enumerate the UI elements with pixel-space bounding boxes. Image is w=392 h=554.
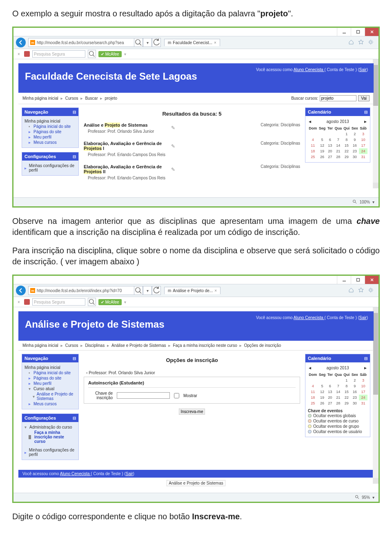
course-category-link[interactable]: Categoria: Disciplinas [261,141,300,145]
search-go-button[interactable]: Vai [358,95,370,101]
zoom-icon[interactable] [355,495,359,500]
close-button[interactable] [365,276,379,284]
url-field[interactable]: mhttp://moodle.fcsl.edu.br/course/search… [28,38,134,47]
zoom-chevron-icon[interactable]: ▾ [372,200,374,204]
close-toolbar-icon[interactable]: × [16,52,22,56]
nav-mycourses[interactable]: Meus cursos [33,140,57,145]
event-key-item[interactable]: Ocultar eventos de usuário [308,429,368,434]
close-toolbar-icon[interactable]: × [16,300,22,304]
zoom-chevron-icon[interactable]: ▾ [372,495,374,500]
home-icon[interactable] [348,39,354,46]
tools-gear-icon[interactable] [368,287,374,294]
logout-link[interactable]: Sair [359,67,367,72]
block-toggle-icon[interactable]: ⊟ [73,356,76,361]
browser-tab[interactable]: mAnálise e Projeto de...× [164,287,220,294]
breadcrumb-item[interactable]: Faça a minha inscrição neste curso [173,343,237,348]
course-category-link[interactable]: Categoria: Disciplinas [261,123,300,127]
nav-site-pages[interactable]: Páginas do site [33,130,61,134]
nav-mycourses[interactable]: Meus cursos [33,402,57,406]
tab-close-icon[interactable]: × [214,288,217,293]
dropdown-chevron-icon[interactable]: ▾ [143,286,152,295]
breadcrumb-item[interactable]: Buscar [85,96,98,101]
favorites-icon[interactable] [358,287,364,294]
event-key-item[interactable]: Ocultar eventos globais [308,413,368,418]
back-button[interactable] [16,38,26,47]
user-link[interactable]: Aluno Cenecista [60,471,91,476]
nav-profile[interactable]: Meu perfil [33,381,51,386]
mcafee-badge[interactable]: ✔ McAfee [98,299,122,305]
maximize-button[interactable] [351,276,365,284]
search-button-icon[interactable] [88,50,96,58]
mcafee-badge[interactable]: ✔ McAfee [98,51,122,57]
enrol-key-input[interactable] [117,392,170,399]
enrol-submit-button[interactable]: Inscreva-me [179,409,205,415]
nav-current-course[interactable]: Curso atual [33,386,54,391]
footer-course-link[interactable]: Análise e Projeto de Sistemas [18,478,374,489]
vertical-scrollbar[interactable] [373,307,379,484]
nav-home[interactable]: Minha página inicial [24,365,60,370]
nav-profile[interactable]: Meu perfil [33,135,51,139]
tab-close-icon[interactable]: × [214,40,216,45]
course-link[interactable]: Análise e Projeto de Sistemas [84,123,169,127]
logout-link[interactable]: Sair [359,315,367,320]
breadcrumb-item[interactable]: Análise e Projeto de Sistemas [111,343,166,348]
tools-gear-icon[interactable] [368,39,374,46]
cfg-course-admin[interactable]: Administração do curso [29,425,72,429]
breadcrumb-item[interactable]: Minha página inicial [22,343,58,348]
breadcrumb-item[interactable]: Disciplinas [85,343,105,348]
calendar-next-icon[interactable]: ► [363,366,368,370]
calendar-next-icon[interactable]: ► [363,119,368,124]
nav-site-home[interactable]: Página inicial do site [33,371,71,375]
vertical-scrollbar[interactable] [373,59,379,188]
url-field[interactable]: mhttp://moodle.fcsl.edu.br/enrol/index.p… [28,286,134,295]
calendar-prev-icon[interactable]: ◄ [308,119,312,124]
search-icon[interactable] [134,38,143,47]
search-courses-input[interactable] [320,95,356,101]
mcafee-chevron-icon[interactable]: ▾ [124,300,126,304]
nav-home[interactable]: Minha página inicial [24,119,60,123]
block-toggle-icon[interactable]: ⊟ [364,356,368,361]
block-toggle-icon[interactable]: ⊟ [364,110,368,114]
cfg-profile[interactable]: Minhas configurações de perfil [29,163,76,172]
favorites-icon[interactable] [358,39,364,46]
nav-site-pages[interactable]: Páginas do site [33,376,61,380]
breadcrumb-item[interactable]: Cursos [65,343,78,348]
breadcrumb-item[interactable]: Cursos [65,96,78,101]
dropdown-chevron-icon[interactable]: ▾ [143,38,152,47]
secure-search-input[interactable]: Pesquisa Segura [32,298,85,306]
block-toggle-icon[interactable]: ⊟ [73,110,76,114]
show-key-checkbox[interactable] [174,393,179,398]
event-key-item[interactable]: Ocultar eventos de curso [308,418,368,424]
close-button[interactable] [365,28,379,36]
course-category-link[interactable]: Categoria: Disciplinas [261,164,300,169]
secure-search-input[interactable]: Pesquisa Segura [32,50,85,58]
home-icon[interactable] [348,287,354,294]
user-link[interactable]: Aluno Cenecista [294,315,325,320]
block-toggle-icon[interactable]: ⊟ [73,154,76,159]
event-key-item[interactable]: Ocultar eventos de grupo [308,424,368,429]
course-link[interactable]: Elaboração, Avaliação e Gerência de Proj… [84,141,169,151]
course-link[interactable]: Elaboração, Avaliação e Gerência de Proj… [84,164,169,174]
calendar-month-label[interactable]: agosto 2013 [326,366,349,370]
zoom-icon[interactable] [352,199,357,205]
refresh-icon[interactable] [152,38,161,47]
search-button-icon[interactable] [88,298,96,306]
maximize-button[interactable] [351,28,365,36]
nav-site-home[interactable]: Página inicial do site [33,124,71,129]
cfg-profile[interactable]: Minhas configurações de perfil [29,448,76,457]
user-link[interactable]: Aluno Cenecista [294,67,325,72]
breadcrumb-item[interactable]: Minha página inicial [22,96,58,101]
logout-link[interactable]: Sair [126,471,133,476]
browser-tab[interactable]: mFaculdade Cenecist...× [164,39,220,46]
minimize-button[interactable] [337,276,351,284]
mcafee-chevron-icon[interactable]: ▾ [124,52,126,56]
block-toggle-icon[interactable]: ⊟ [73,416,76,420]
minimize-button[interactable] [337,28,351,36]
nav-course-link[interactable]: Análise e Projeto de Sistemas [37,392,76,401]
calendar-month-label[interactable]: agosto 2013 [326,119,349,124]
cfg-enrol-me[interactable]: Faça a minha inscrição neste curso [34,430,76,444]
search-icon[interactable] [134,286,143,295]
back-button[interactable] [16,286,26,295]
refresh-icon[interactable] [152,286,161,295]
calendar-prev-icon[interactable]: ◄ [308,366,312,370]
